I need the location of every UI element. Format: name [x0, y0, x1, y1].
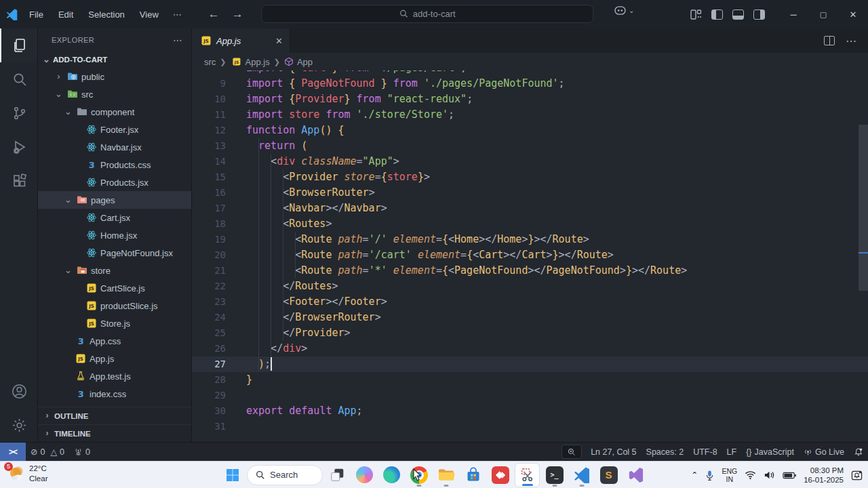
copilot-menu[interactable]: ⌄ [614, 5, 634, 16]
code-line-25[interactable]: 25 </Provider> [192, 325, 868, 341]
code-line-21[interactable]: 21 <Route path='*' element={<PageNotFoun… [192, 263, 868, 279]
tree-item-productslice-js[interactable]: JSproductSlice.js [38, 297, 191, 314]
task-view-button[interactable] [325, 463, 350, 487]
notification-center-icon[interactable] [851, 470, 863, 481]
code-line-13[interactable]: 13 return ( [192, 138, 868, 154]
tab-close-icon[interactable]: ✕ [275, 36, 283, 46]
language-indicator[interactable]: ENGIN [722, 467, 737, 483]
tree-item-navbar-jsx[interactable]: Navbar.jsx [38, 138, 191, 156]
forward-arrow-icon[interactable]: → [229, 7, 246, 21]
ports-indicator[interactable]: 0 [69, 447, 95, 457]
code-line-8[interactable]: 8import { Cart } from './pages/Cart'; [192, 70, 868, 76]
taskbar-search[interactable]: Search [247, 465, 323, 485]
code-line-19[interactable]: 19 <Route path='/' element={<Home></Home… [192, 232, 868, 247]
breadcrumb-src[interactable]: src [204, 57, 216, 67]
tree-item-app-css[interactable]: 3App.css [38, 332, 191, 350]
command-search-box[interactable]: add-to-cart [261, 5, 593, 23]
volume-icon[interactable] [764, 470, 775, 480]
weather-widget[interactable]: 5 22°C Clear [7, 464, 47, 484]
language-mode[interactable]: {} JavaScript [741, 447, 799, 457]
file-explorer-button[interactable] [433, 463, 458, 487]
start-button[interactable] [220, 463, 245, 487]
code-line-31[interactable]: 31 [192, 419, 868, 434]
tree-item-footer-jsx[interactable]: Footer.jsx [38, 121, 191, 138]
minimize-button[interactable]: ─ [778, 0, 808, 28]
workspace-section-header[interactable]: ⌄ ADD-TO-CART [38, 52, 191, 68]
code-line-16[interactable]: 16 <BrowserRouter> [192, 185, 868, 201]
source-control-icon[interactable] [0, 96, 37, 130]
clock[interactable]: 08:30 PM16-01-2025 [804, 466, 844, 485]
tree-item-pages[interactable]: ⌄pages [38, 191, 191, 209]
scrollbar-thumb[interactable] [859, 125, 868, 291]
tree-item-store-js[interactable]: JSStore.js [38, 314, 191, 332]
toggle-panel-icon[interactable] [732, 9, 744, 20]
microphone-icon[interactable] [705, 470, 714, 481]
code-line-29[interactable]: 29 [192, 388, 868, 403]
cursor-position[interactable]: Ln 27, Col 5 [586, 447, 641, 457]
tree-item-app-test-js[interactable]: App.test.js [38, 367, 191, 385]
red-diamond-app-button[interactable] [488, 463, 513, 487]
tree-item-cartslice-js[interactable]: JSCartSlice.js [38, 279, 191, 297]
code-line-12[interactable]: 12function App() { [192, 123, 868, 138]
timeline-panel-header[interactable]: › TIMELINE [38, 424, 191, 442]
go-live-button[interactable]: Go Live [799, 447, 849, 457]
code-line-9[interactable]: 9import { PageNotFound } from './pages/P… [192, 76, 868, 92]
toggle-secondary-sidebar-icon[interactable] [753, 9, 765, 20]
explorer-icon[interactable] [0, 28, 37, 62]
visual-studio-button[interactable] [623, 463, 648, 487]
tree-item-src[interactable]: ⌄src [38, 85, 191, 103]
zoom-indicator[interactable] [561, 445, 582, 459]
code-line-20[interactable]: 20 <Route path='/cart' element={<Cart></… [192, 247, 868, 263]
breadcrumb-app-symbol[interactable]: App [284, 57, 313, 67]
code-line-26[interactable]: 26 </div> [192, 341, 868, 357]
code-line-17[interactable]: 17 <Navbar></Navbar> [192, 201, 868, 216]
battery-icon[interactable] [783, 472, 796, 479]
outline-panel-header[interactable]: › OUTLINE [38, 407, 191, 424]
tree-item-home-jsx[interactable]: Home.jsx [38, 226, 191, 244]
code-line-22[interactable]: 22 </Routes> [192, 279, 868, 294]
tab-appjs[interactable]: JS App.js ✕ [192, 28, 290, 53]
back-arrow-icon[interactable]: ← [205, 7, 222, 21]
menu-more-icon[interactable]: ⋯ [167, 7, 188, 22]
code-line-23[interactable]: 23 <Footer></Footer> [192, 294, 868, 310]
code-line-11[interactable]: 11import store from './store/Store'; [192, 107, 868, 123]
settings-gear-icon[interactable] [0, 408, 37, 442]
split-editor-icon[interactable] [824, 36, 835, 45]
tree-item-store[interactable]: ⌄store [38, 262, 191, 279]
code-line-28[interactable]: 28} [192, 372, 868, 388]
menu-selection[interactable]: Selection [82, 7, 130, 22]
code-line-18[interactable]: 18 <Routes> [192, 216, 868, 232]
code-line-15[interactable]: 15 <Provider store={store}> [192, 169, 868, 185]
tree-item-component[interactable]: ⌄component [38, 103, 191, 121]
toggle-primary-sidebar-icon[interactable] [711, 9, 723, 20]
tree-item-index-css[interactable]: 3index.css [38, 385, 191, 403]
code-line-14[interactable]: 14 <div className="App"> [192, 154, 868, 169]
snipping-tool-button[interactable] [515, 463, 540, 487]
restore-button[interactable]: ▢ [808, 0, 838, 28]
remote-indicator-button[interactable]: >< [0, 443, 26, 462]
indentation[interactable]: Spaces: 2 [642, 447, 689, 457]
customize-layout-icon[interactable] [690, 9, 702, 20]
run-debug-icon[interactable] [0, 130, 37, 164]
code-editor[interactable]: 8import { Cart } from './pages/Cart';9im… [192, 70, 868, 442]
tree-item-pagenotfound-jsx[interactable]: PageNotFound.jsx [38, 244, 191, 262]
extensions-icon[interactable] [0, 164, 37, 198]
tree-item-public[interactable]: ›public [38, 68, 191, 85]
code-line-24[interactable]: 24 </BrowserRouter> [192, 310, 868, 325]
account-icon[interactable] [0, 374, 37, 408]
explorer-more-actions-icon[interactable]: ⋯ [173, 35, 183, 45]
tree-item-cart-jsx[interactable]: Cart.jsx [38, 209, 191, 226]
tree-item-products-css[interactable]: 3Products.css [38, 156, 191, 174]
tray-chevron-up-icon[interactable]: ⌃ [691, 470, 698, 480]
vscode-button[interactable] [569, 463, 594, 487]
copilot-app-button[interactable] [352, 463, 377, 487]
close-button[interactable]: ✕ [838, 0, 868, 28]
sublime-button[interactable]: S [596, 463, 621, 487]
tree-item-app-js[interactable]: JSApp.js [38, 350, 191, 367]
menu-view[interactable]: View [134, 7, 165, 22]
problems-indicator[interactable]: ⊘0 △0 [26, 447, 69, 457]
code-line-30[interactable]: 30export default App; [192, 403, 868, 419]
encoding[interactable]: UTF-8 [688, 447, 722, 457]
menu-file[interactable]: File [23, 7, 50, 22]
wifi-icon[interactable] [745, 470, 756, 480]
